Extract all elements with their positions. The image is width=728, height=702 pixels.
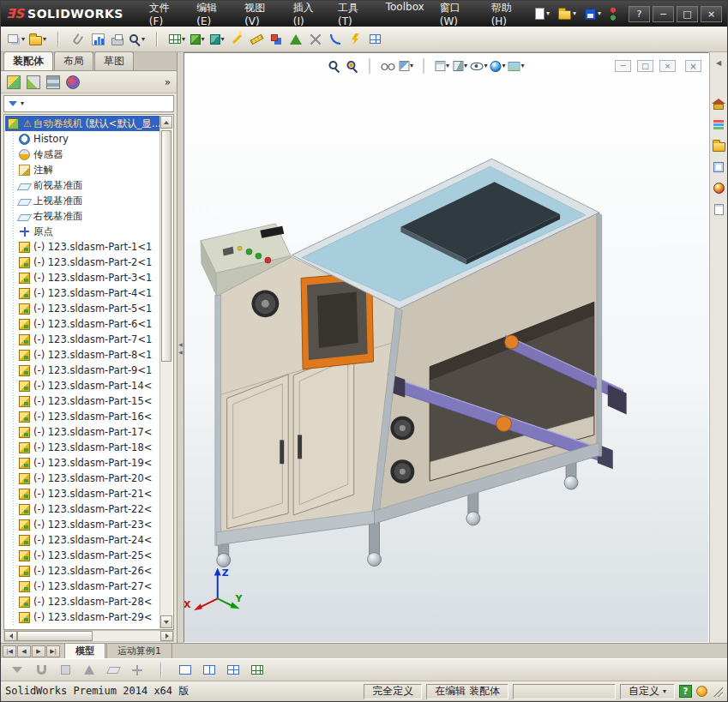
tab-nav-button[interactable]: ▶| — [46, 645, 60, 657]
toolbar-button[interactable]: ▾ — [27, 29, 48, 50]
toolbar-button[interactable] — [267, 29, 286, 50]
cabinet-door-left[interactable] — [227, 375, 289, 529]
featuremanager-icon[interactable] — [7, 75, 21, 89]
menu-item[interactable]: Toolbox — [379, 0, 431, 30]
heads-up-button[interactable]: ▾ — [453, 57, 468, 75]
heads-up-button[interactable]: ▾ — [399, 57, 414, 75]
tree-vertical-scrollbar[interactable] — [159, 116, 172, 628]
maximize-button[interactable]: □ — [677, 6, 698, 22]
scrollbar-thumb[interactable] — [17, 631, 93, 641]
scroll-down-button[interactable] — [160, 615, 172, 628]
toolbar-button[interactable] — [88, 29, 107, 50]
tab-nav-button[interactable]: ▶ — [32, 645, 45, 657]
tree-item[interactable]: (-) 123.sldasm-Part-17< — [5, 424, 159, 440]
tree-item[interactable]: (-) 123.sldasm-Part-8<1 — [5, 347, 159, 363]
tree-item[interactable]: History — [5, 131, 159, 147]
scrollbar-thumb[interactable] — [161, 130, 171, 362]
graphics-viewport[interactable]: Z X Y — [184, 52, 709, 643]
bottom-toolbar-button[interactable] — [55, 661, 75, 680]
toolbar-button[interactable] — [365, 29, 384, 50]
panel-splitter[interactable]: ◀ ◀ — [177, 52, 184, 643]
tree-filter-field[interactable]: ▾ — [3, 95, 174, 112]
tree-item[interactable]: (-) 123.sldasm-Part-7<1 — [5, 332, 159, 347]
cabinet-door-right[interactable] — [293, 351, 354, 515]
custom-properties-icon[interactable] — [714, 204, 724, 215]
tree-item[interactable]: (-) 123.sldasm-Part-29< — [5, 609, 159, 625]
menu-item[interactable]: 帮助(H) — [484, 0, 532, 30]
tree-item[interactable]: (-) 123.sldasm-Part-20< — [5, 471, 159, 486]
red-button[interactable] — [265, 257, 271, 263]
tree-item[interactable]: 原点 — [5, 224, 159, 239]
bottom-toolbar-button[interactable] — [127, 661, 147, 680]
quick-access-button[interactable]: ▾ — [555, 6, 580, 21]
scroll-up-button[interactable] — [160, 116, 172, 129]
toolbar-button[interactable] — [247, 29, 266, 50]
panel-overflow-button[interactable]: » — [165, 76, 171, 88]
scroll-right-button[interactable] — [160, 631, 173, 641]
tree-item[interactable]: (-) 123.sldasm-Part-22< — [5, 501, 159, 517]
tree-item[interactable]: (-) 123.sldasm-Part-9<1 — [5, 363, 159, 378]
graphics-area[interactable]: Z X Y — [184, 53, 708, 642]
tree-item[interactable]: (-) 123.sldasm-Part-15< — [5, 393, 159, 409]
tab-nav-button[interactable]: |◀ — [3, 645, 16, 657]
tree-item[interactable]: (-) 123.sldasm-Part-16< — [5, 409, 159, 424]
yellow-button[interactable] — [238, 246, 242, 250]
bottom-toolbar-button[interactable] — [31, 661, 51, 680]
document-window-button[interactable]: × — [659, 60, 676, 72]
side-fan[interactable] — [251, 290, 279, 317]
tree-item[interactable]: (-) 123.sldasm-Part-4<1 — [5, 285, 159, 301]
heads-up-button[interactable]: ▾ — [508, 57, 525, 75]
propertymanager-icon[interactable] — [27, 75, 40, 89]
tree-item[interactable]: (-) 123.sldasm-Part-19< — [5, 455, 159, 471]
bottom-toolbar-button[interactable] — [175, 661, 196, 680]
view-palette-icon[interactable] — [713, 162, 724, 172]
resize-grip[interactable] — [712, 686, 723, 697]
tree-item[interactable]: 传感器 — [5, 147, 159, 162]
door-handle[interactable] — [280, 440, 284, 464]
bottom-toolbar-button[interactable] — [199, 661, 220, 680]
document-window-button[interactable]: □ — [637, 60, 653, 72]
heads-up-button[interactable]: ▾ — [435, 57, 450, 75]
bottom-toolbar-button[interactable] — [151, 661, 171, 680]
door-handle[interactable] — [298, 435, 302, 459]
tree-item[interactable]: (-) 123.sldasm-Part-28< — [5, 594, 159, 609]
heads-up-button[interactable] — [381, 57, 396, 75]
green-button[interactable] — [246, 249, 252, 255]
bottom-toolbar-button[interactable] — [247, 661, 268, 680]
tree-item[interactable]: (-) 123.sldasm-Part-2<1 — [5, 255, 159, 270]
green-button[interactable] — [256, 253, 262, 259]
toolbar-button[interactable]: ▾ — [6, 29, 27, 50]
toolbar-button[interactable]: ▾ — [208, 29, 226, 50]
bottom-toolbar-button[interactable] — [7, 661, 27, 680]
units-dropdown[interactable]: 自定义 ▾ — [620, 684, 675, 699]
menu-item[interactable]: 工具(T) — [331, 0, 377, 30]
bottom-toolbar-button[interactable] — [103, 661, 123, 680]
help-button[interactable]: ? — [629, 6, 650, 22]
toolbar-button[interactable] — [227, 29, 246, 50]
bottom-toolbar-button[interactable] — [223, 661, 244, 680]
configurationmanager-icon[interactable] — [46, 75, 60, 89]
document-close-button[interactable]: × — [685, 60, 701, 72]
bottom-toolbar-button[interactable] — [79, 661, 99, 680]
toolbar-button[interactable] — [49, 29, 68, 50]
heads-up-button[interactable] — [345, 57, 360, 75]
command-tab[interactable]: 装配体 — [3, 51, 53, 70]
tree-item[interactable]: (-) 123.sldasm-Part-21< — [5, 486, 159, 501]
study-tab[interactable]: 运动算例1 — [106, 643, 172, 658]
toolbar-button[interactable] — [147, 29, 166, 50]
toolbar-button[interactable] — [326, 29, 345, 50]
tree-root-item[interactable]: ⚠ 自动卷线机 (默认<默认_显... — [5, 116, 159, 131]
tree-item[interactable]: (-) 123.sldasm-Part-5<1 — [5, 301, 159, 316]
quick-access-button[interactable]: ▾ — [581, 7, 605, 21]
design-library-icon[interactable] — [713, 120, 724, 129]
tree-item[interactable]: (-) 123.sldasm-Part-24< — [5, 532, 159, 548]
toolbar-button[interactable]: ▾ — [167, 29, 187, 50]
tree-horizontal-scrollbar[interactable] — [3, 630, 174, 642]
toolbar-button[interactable] — [108, 29, 127, 50]
heads-up-button[interactable]: ▾ — [471, 57, 488, 75]
toolbar-button[interactable] — [306, 29, 325, 50]
close-button[interactable]: × — [701, 6, 722, 22]
home-icon[interactable] — [713, 104, 724, 110]
appearances-icon[interactable] — [713, 183, 725, 194]
toolbar-button[interactable]: ▾ — [188, 29, 207, 50]
